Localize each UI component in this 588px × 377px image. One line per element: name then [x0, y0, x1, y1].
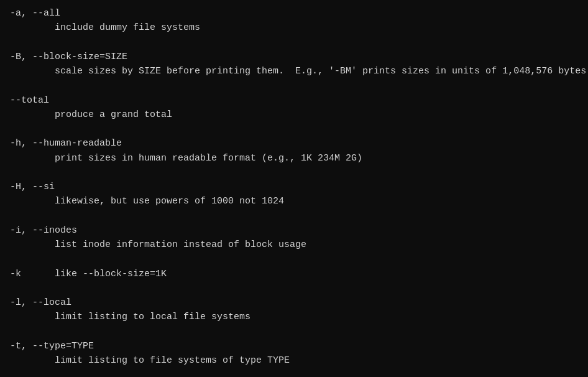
- terminal-line: [10, 209, 578, 223]
- terminal-line: include dummy file systems: [10, 21, 578, 35]
- terminal-line: -a, --all: [10, 6, 578, 21]
- terminal-line: scale sizes by SIZE before printing them…: [10, 64, 578, 78]
- terminal-line: -B, --block-size=SIZE: [10, 50, 578, 64]
- terminal-line: limit listing to local file systems: [10, 310, 578, 324]
- terminal-line: -t, --type=TYPE: [10, 339, 578, 353]
- terminal-line: [10, 122, 578, 136]
- terminal-line: [10, 78, 578, 93]
- terminal-output: -a, --all include dummy file systems -B,…: [10, 6, 578, 377]
- terminal-line: [10, 35, 578, 50]
- terminal-line: list inode information instead of block …: [10, 238, 578, 252]
- terminal-line: produce a grand total: [10, 108, 578, 122]
- terminal-line: likewise, but use powers of 1000 not 102…: [10, 194, 578, 208]
- terminal-line: [10, 165, 578, 180]
- terminal-line: [10, 252, 578, 266]
- terminal-line: -H, --si: [10, 180, 578, 194]
- terminal-line: [10, 325, 578, 339]
- terminal-line: -h, --human-readable: [10, 136, 578, 151]
- terminal-line: print sizes in human readable format (e.…: [10, 151, 578, 165]
- terminal-line: --total: [10, 93, 578, 108]
- terminal-line: [10, 368, 578, 377]
- terminal-line: -k like --block-size=1K: [10, 267, 578, 281]
- terminal-line: -l, --local: [10, 296, 578, 310]
- terminal-line: [10, 281, 578, 296]
- terminal-line: -i, --inodes: [10, 223, 578, 238]
- terminal-line: limit listing to file systems of type TY…: [10, 353, 578, 368]
